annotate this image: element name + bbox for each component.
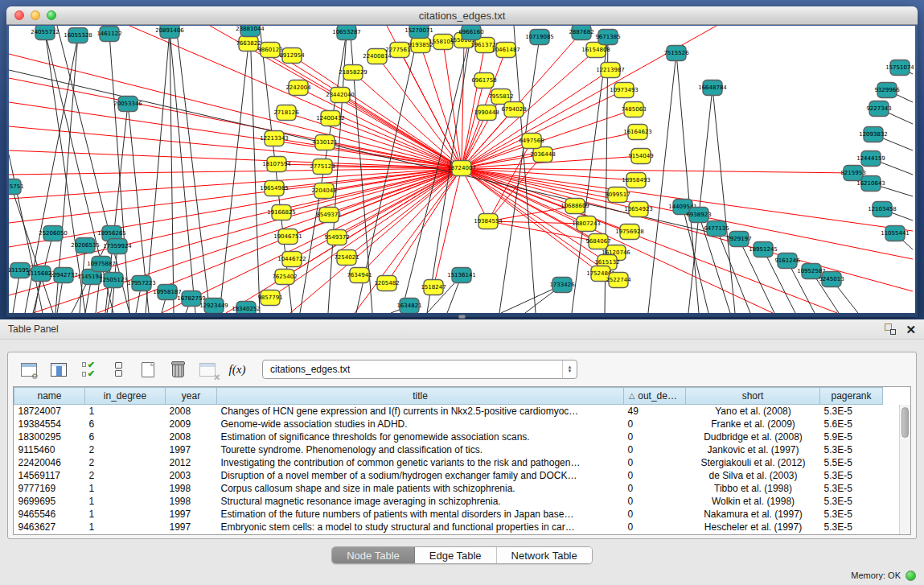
graph-node-12093832[interactable]: 12093832 bbox=[859, 127, 888, 142]
table-cell[interactable]: 5.6E-5 bbox=[820, 418, 883, 431]
table-cell[interactable]: 14569117 bbox=[14, 469, 85, 482]
graph-node-1634821[interactable]: 1634821 bbox=[396, 299, 421, 314]
graph-node-9245013[interactable]: 9245013 bbox=[819, 272, 844, 287]
graph-node-1990448[interactable]: 1990448 bbox=[474, 105, 499, 121]
table-row[interactable]: 1456911722003Disruption of a novel membe… bbox=[14, 469, 883, 482]
graph-node-25206050[interactable]: 25206050 bbox=[39, 226, 68, 241]
graph-node-10653287[interactable]: 10653287 bbox=[332, 26, 361, 40]
table-cell[interactable]: 18300295 bbox=[14, 431, 85, 443]
citation-edge-red[interactable] bbox=[462, 168, 618, 195]
graph-node-10973493[interactable]: 10973493 bbox=[610, 83, 639, 98]
graph-node-20891406[interactable]: 20891406 bbox=[155, 26, 184, 39]
graph-node-18951245[interactable]: 18951245 bbox=[749, 242, 778, 257]
graph-node-15136141[interactable]: 15136141 bbox=[447, 268, 476, 283]
table-row[interactable]: 1938455462009Genome-wide association stu… bbox=[14, 418, 883, 431]
graph-node-1733426[interactable]: 1733426 bbox=[549, 278, 575, 293]
table-cell[interactable]: 0 bbox=[624, 495, 686, 508]
citation-edge-black[interactable] bbox=[170, 31, 174, 313]
table-cell[interactable]: 2008 bbox=[166, 431, 217, 443]
delete-column-button[interactable] bbox=[168, 360, 187, 379]
table-cell[interactable]: Dudbridge et al. (2008) bbox=[686, 431, 820, 443]
graph-node-19654985[interactable]: 19654985 bbox=[260, 181, 289, 196]
table-cell[interactable]: 0 bbox=[624, 508, 686, 521]
graph-node-9329966[interactable]: 9329966 bbox=[874, 83, 900, 98]
table-settings-gear-button[interactable]: ⚙ bbox=[19, 360, 39, 379]
graph-node-18958493[interactable]: 18958493 bbox=[622, 173, 651, 188]
graph-node-15751074[interactable]: 15751074 bbox=[885, 60, 914, 76]
table-cell[interactable]: 1 bbox=[85, 521, 166, 534]
citation-edge-black[interactable] bbox=[9, 154, 43, 313]
table-cell[interactable]: 1997 bbox=[166, 508, 217, 521]
table-cell[interactable]: 5.3E-5 bbox=[820, 469, 883, 482]
table-cell[interactable]: 2 bbox=[85, 443, 166, 456]
table-cell[interactable]: 5.3E-5 bbox=[820, 405, 883, 418]
column-header-short[interactable]: short bbox=[686, 388, 820, 405]
table-cell[interactable]: 2008 bbox=[166, 405, 217, 418]
table-cell[interactable]: Estimation of the future numbers of pati… bbox=[217, 508, 624, 521]
citation-edge-black[interactable] bbox=[648, 53, 676, 313]
table-cell[interactable]: Estimation of significance thresholds fo… bbox=[217, 431, 624, 443]
table-cell[interactable]: 5.3E-5 bbox=[820, 443, 883, 456]
table-cell[interactable]: 5.3E-5 bbox=[820, 508, 883, 521]
graph-node-17957223[interactable]: 17957223 bbox=[127, 276, 156, 291]
table-cell[interactable]: 1 bbox=[85, 482, 166, 495]
citation-edge-red[interactable] bbox=[33, 168, 462, 313]
graph-node-8099517[interactable]: 8099517 bbox=[605, 187, 630, 203]
table-row[interactable]: 977716911998Corpus callosum shape and si… bbox=[14, 482, 883, 495]
column-header-out_de[interactable]: △out_de… bbox=[624, 388, 686, 405]
graph-node-7515526[interactable]: 7515526 bbox=[663, 46, 689, 61]
graph-node-2036448[interactable]: 2036448 bbox=[530, 147, 555, 163]
table-cell[interactable]: 6 bbox=[85, 418, 166, 431]
network-graph[interactable]: 1872400776638229860123891295422420042718… bbox=[9, 26, 914, 313]
table-cell[interactable]: 1997 bbox=[166, 521, 217, 534]
graph-node-12213987[interactable]: 12213987 bbox=[596, 63, 625, 78]
graph-node-7485063[interactable]: 7485063 bbox=[621, 102, 646, 117]
graph-node-10719085[interactable]: 10719085 bbox=[525, 30, 554, 45]
row-height-button[interactable] bbox=[109, 360, 128, 379]
citation-edge-red[interactable] bbox=[9, 102, 462, 168]
graph-node-9549372[interactable]: 9549372 bbox=[324, 230, 349, 245]
table-cell[interactable]: Investigating the contribution of common… bbox=[217, 456, 624, 469]
citation-edge-red[interactable] bbox=[443, 42, 462, 168]
graph-node-6477135[interactable]: 6477135 bbox=[704, 221, 729, 237]
table-row[interactable]: 946554611997Estimation of the future num… bbox=[14, 508, 883, 521]
citation-edge-red[interactable] bbox=[462, 40, 464, 168]
graph-node-21858229[interactable]: 21858229 bbox=[339, 65, 368, 80]
table-cell[interactable]: 0 bbox=[624, 418, 686, 431]
table-cell[interactable]: 0 bbox=[624, 431, 686, 443]
graph-node-6938923[interactable]: 6938923 bbox=[686, 208, 711, 223]
table-row[interactable]: 911546021997Tourette syndrome. Phenomeno… bbox=[14, 443, 883, 456]
table-cell[interactable]: 5.3E-5 bbox=[820, 521, 883, 534]
graph-node-2775123[interactable]: 2775123 bbox=[310, 159, 335, 175]
table-selector-dropdown[interactable]: citations_edges.txt ▲▼ bbox=[262, 360, 577, 379]
graph-node-7929197[interactable]: 7929197 bbox=[726, 232, 751, 247]
graph-node-11055441[interactable]: 11055441 bbox=[881, 226, 910, 241]
table-cell[interactable]: 49 bbox=[624, 405, 686, 418]
table-cell[interactable]: de Silva et al. (2003) bbox=[686, 469, 820, 482]
graph-node-19384554[interactable]: 19384554 bbox=[474, 214, 503, 229]
graph-node-7634941[interactable]: 7634941 bbox=[347, 268, 372, 283]
citation-edge-black[interactable] bbox=[499, 37, 540, 313]
column-header-title[interactable]: title bbox=[217, 388, 624, 405]
citation-edge-red[interactable] bbox=[377, 56, 462, 168]
graph-node-4330121[interactable]: 4330121 bbox=[312, 135, 337, 150]
citation-edge-black[interactable] bbox=[713, 88, 735, 313]
table-cell[interactable]: Tibbo et al. (1998) bbox=[686, 482, 820, 495]
table-cell[interactable]: Stergiakouli et al. (2012) bbox=[686, 456, 820, 469]
table-row[interactable]: 2242004622012Investigating the contribut… bbox=[14, 456, 883, 469]
column-header-pagerank[interactable]: pagerank bbox=[820, 388, 883, 405]
graph-node-20053346[interactable]: 20053346 bbox=[113, 97, 142, 112]
network-window-titlebar[interactable]: citations_edges.txt bbox=[6, 6, 918, 25]
column-header-year[interactable]: year bbox=[166, 388, 217, 405]
citation-edge-red[interactable] bbox=[462, 168, 575, 206]
table-cell[interactable]: 18724007 bbox=[14, 405, 85, 418]
graph-node-2522744[interactable]: 2522744 bbox=[606, 273, 631, 288]
graph-node-2887682[interactable]: 2887682 bbox=[569, 26, 593, 40]
table-cell[interactable]: Hescheler et al. (1997) bbox=[686, 521, 820, 534]
table-cell[interactable]: 2003 bbox=[166, 469, 217, 482]
graph-node-18807243[interactable]: 18807243 bbox=[572, 216, 601, 232]
graph-node-18107594[interactable]: 18107594 bbox=[262, 157, 291, 172]
graph-node-23442040[interactable]: 23442040 bbox=[326, 88, 355, 103]
table-cell[interactable]: 9777169 bbox=[14, 482, 85, 495]
graph-node-15270071[interactable]: 15270071 bbox=[405, 26, 433, 39]
